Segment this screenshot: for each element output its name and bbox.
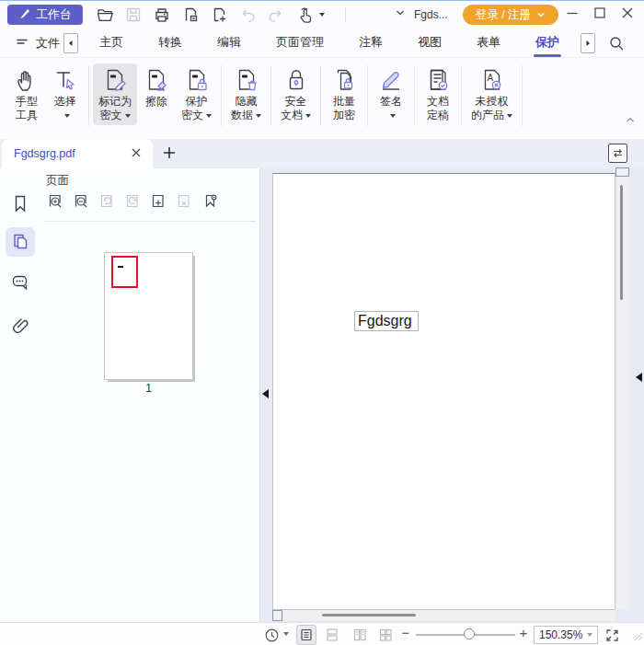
zoom-slider-handle[interactable] bbox=[464, 628, 475, 639]
save-icon[interactable] bbox=[124, 6, 143, 24]
close-button[interactable] bbox=[620, 6, 635, 24]
delete-page-button[interactable] bbox=[174, 190, 194, 211]
pages-panel-button[interactable] bbox=[6, 227, 35, 257]
zoom-in-thumbnails-button[interactable] bbox=[45, 190, 65, 211]
workbench-label: 工作台 bbox=[36, 6, 72, 23]
new-document-icon[interactable] bbox=[210, 6, 228, 24]
ribbon-toolbar: 手型 工具 选择 标记为 密文 擦除 保护 密文 隐藏 数 bbox=[0, 58, 644, 139]
erase-button[interactable]: 擦除 bbox=[137, 63, 176, 125]
auto-scroll-clock-button[interactable] bbox=[261, 625, 282, 645]
tab-close-icon[interactable] bbox=[131, 145, 142, 162]
menu-tab-comment[interactable]: 注释 bbox=[359, 28, 383, 59]
zoom-level-input[interactable]: 150.35% bbox=[534, 626, 598, 644]
pdf-page[interactable]: Fgdsgrg bbox=[272, 173, 615, 610]
page-settings-button[interactable] bbox=[200, 190, 220, 211]
menu-tab-view[interactable]: 视图 bbox=[418, 28, 442, 59]
document-text-field[interactable]: Fgdsgrg bbox=[354, 311, 419, 331]
select-dropdown-icon[interactable] bbox=[64, 114, 70, 118]
batch-encrypt-button[interactable]: 批量 加密 bbox=[325, 63, 363, 125]
resize-grip[interactable] bbox=[634, 628, 643, 645]
file-menu-label: 文件 bbox=[36, 35, 60, 52]
page-thumbnail[interactable] bbox=[104, 252, 193, 380]
zoom-out-thumbnails-button[interactable] bbox=[71, 190, 91, 211]
open-file-icon[interactable] bbox=[96, 6, 114, 24]
hand-tool-label-2: 工具 bbox=[16, 109, 38, 122]
facing-continuous-view-button[interactable] bbox=[375, 625, 396, 645]
unauthorized-products-dropdown-icon[interactable] bbox=[507, 114, 512, 118]
mark-redact-label-1: 标记为 bbox=[98, 95, 132, 109]
workbench-button[interactable]: 工作台 bbox=[7, 5, 83, 25]
fullscreen-button[interactable] bbox=[602, 625, 622, 645]
menu-tab-page-management[interactable]: 页面管理 bbox=[276, 28, 324, 59]
quick-access-chevron-icon[interactable] bbox=[394, 6, 407, 23]
insert-page-button[interactable] bbox=[148, 190, 168, 211]
minimize-button[interactable] bbox=[565, 6, 580, 24]
hidden-data-dropdown-icon[interactable] bbox=[256, 114, 261, 118]
document-area: Fgdsgrg bbox=[260, 168, 644, 622]
print-icon[interactable] bbox=[153, 6, 171, 24]
rotate-left-page-button[interactable] bbox=[97, 190, 117, 211]
zoom-out-button[interactable]: − bbox=[399, 625, 412, 640]
maximize-button[interactable] bbox=[592, 6, 607, 24]
secure-document-dropdown-icon[interactable] bbox=[305, 114, 311, 118]
undo-icon[interactable] bbox=[238, 6, 257, 24]
export-page-icon[interactable] bbox=[181, 6, 200, 24]
zoom-slider[interactable] bbox=[416, 634, 515, 636]
hand-tool-button[interactable]: 手型 工具 bbox=[7, 63, 46, 125]
unauthorized-products-label-2: 的产品 bbox=[471, 109, 504, 121]
comments-panel-button[interactable] bbox=[6, 268, 35, 297]
paperclip-icon bbox=[10, 315, 30, 335]
new-tab-button[interactable] bbox=[162, 145, 177, 164]
batch-encrypt-label-2: 加密 bbox=[333, 109, 355, 122]
touch-mode-dropdown[interactable] bbox=[319, 13, 325, 17]
mark-redact-button[interactable]: 标记为 密文 bbox=[93, 63, 137, 125]
zoom-dropdown-icon[interactable] bbox=[587, 633, 592, 637]
menu-tab-form[interactable]: 表单 bbox=[477, 28, 500, 59]
view-mode-dropdown-icon[interactable] bbox=[283, 632, 289, 636]
hidden-data-button[interactable]: 隐藏 数据 bbox=[225, 63, 267, 125]
menu-scroll-right-button[interactable] bbox=[581, 33, 595, 53]
menu-tab-convert[interactable]: 转换 bbox=[158, 28, 182, 59]
facing-view-button[interactable] bbox=[350, 625, 370, 645]
horizontal-scrollbar[interactable] bbox=[272, 610, 615, 621]
mark-redact-dropdown-icon[interactable] bbox=[125, 114, 131, 118]
zoom-in-button[interactable]: + bbox=[517, 625, 530, 640]
search-icon[interactable] bbox=[608, 35, 625, 52]
vertical-scroll-thumb[interactable] bbox=[620, 185, 623, 300]
rotate-right-page-button[interactable] bbox=[122, 190, 143, 211]
horizontal-scroll-thumb[interactable] bbox=[322, 614, 416, 616]
file-menu[interactable]: 文件 bbox=[15, 35, 60, 52]
login-register-button[interactable]: 登录 / 注册 bbox=[463, 5, 558, 25]
secure-document-button[interactable]: 安全 文档 bbox=[275, 63, 316, 125]
window-doc-title: Fgds... bbox=[414, 8, 448, 21]
thumbnail-view-rect[interactable] bbox=[111, 256, 138, 288]
panel-title: 页面 bbox=[46, 173, 69, 189]
continuous-view-button[interactable] bbox=[322, 625, 342, 645]
unauthorized-products-button[interactable]: A 未授权 的产品 bbox=[466, 63, 518, 125]
attachments-panel-button[interactable] bbox=[6, 310, 35, 340]
redo-icon[interactable] bbox=[267, 6, 285, 24]
protect-redaction-dropdown-icon[interactable] bbox=[206, 114, 212, 118]
collapse-panel-arrow[interactable] bbox=[262, 389, 269, 398]
vertical-scrollbar[interactable] bbox=[615, 177, 629, 610]
comments-icon bbox=[10, 272, 30, 293]
signature-dropdown-icon[interactable] bbox=[390, 114, 396, 118]
single-page-view-button[interactable] bbox=[296, 625, 316, 645]
signature-button[interactable]: 签名 bbox=[372, 63, 410, 125]
collapse-ribbon-icon[interactable] bbox=[624, 113, 637, 130]
menu-scroll-left-button[interactable] bbox=[63, 33, 78, 53]
document-tab[interactable]: Fgdsgrg.pdf bbox=[2, 139, 153, 168]
swap-view-button[interactable] bbox=[608, 144, 627, 163]
menu-tab-edit[interactable]: 编辑 bbox=[217, 28, 241, 59]
select-tool-button[interactable]: 选择 bbox=[46, 63, 85, 125]
secure-document-label-2: 文档 bbox=[281, 109, 303, 121]
menu-tab-home[interactable]: 主页 bbox=[99, 28, 123, 59]
menu-tab-protect[interactable]: 保护 bbox=[535, 28, 559, 59]
vertical-scroll-top-button[interactable] bbox=[615, 167, 629, 177]
collapse-right-arrow[interactable] bbox=[636, 373, 642, 382]
bookmarks-panel-button[interactable] bbox=[6, 189, 35, 218]
touch-mode-icon[interactable] bbox=[295, 6, 325, 24]
horizontal-scroll-left-button[interactable] bbox=[272, 610, 282, 621]
protect-redaction-button[interactable]: 保护 密文 bbox=[176, 63, 217, 125]
finalize-document-button[interactable]: 文档 定稿 bbox=[419, 63, 457, 125]
